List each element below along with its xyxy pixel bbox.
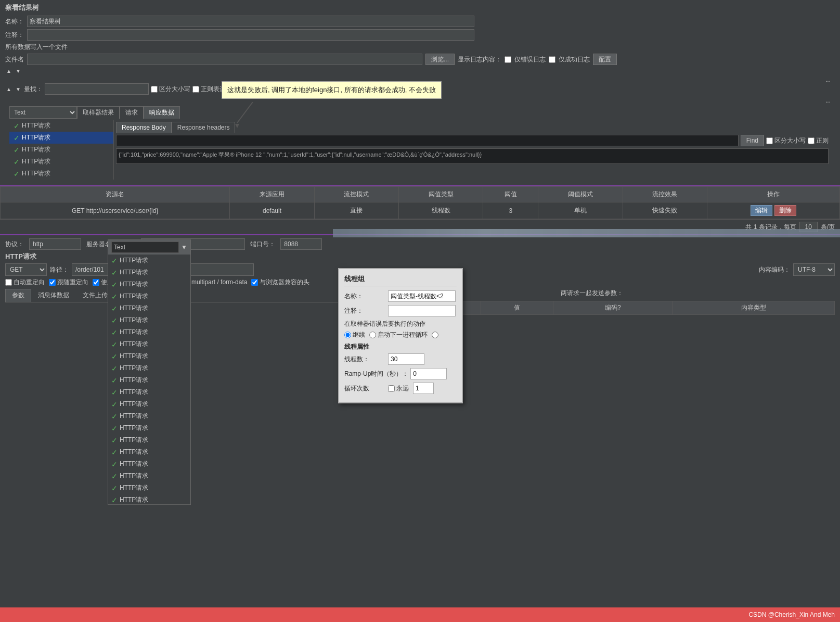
tab-body[interactable]: 消息体数据 [31, 289, 76, 302]
dp-check-3: ✓ [111, 293, 118, 301]
tab-params[interactable]: 参数 [5, 289, 31, 302]
thread-name-label: 名称： [344, 292, 386, 301]
thread-comment-row: 注释： [344, 305, 457, 316]
browse-button[interactable]: 浏览... [425, 54, 455, 65]
next-loop-radio[interactable] [369, 332, 376, 338]
dp-item-15[interactable]: ✓HTTP请求 [108, 434, 190, 446]
dp-item-16[interactable]: ✓HTTP请求 [108, 446, 190, 458]
dp-check-9: ✓ [111, 364, 118, 373]
dp-item-13[interactable]: ✓HTTP请求 [108, 410, 190, 422]
dp-check-0: ✓ [111, 257, 118, 265]
dp-item-6[interactable]: ✓HTTP请求 [108, 326, 190, 338]
forever-checkbox[interactable] [388, 385, 395, 392]
only-success-checkbox[interactable] [549, 56, 555, 63]
continue-radio[interactable] [344, 332, 351, 338]
follow-redirect-label: 跟随重定向 [49, 278, 88, 287]
col-operations: 操作 [707, 187, 839, 202]
filename-label: 文件名 [5, 55, 24, 64]
col-encode: 编码? [553, 301, 673, 315]
protocol-input[interactable] [29, 238, 81, 250]
list-item-3[interactable]: ✓ HTTP请求 [9, 156, 113, 168]
dp-item-5[interactable]: ✓HTTP请求 [108, 314, 190, 326]
sentinel-table: 资源名 来源应用 流控模式 阈值类型 阈值 阈值模式 流控效果 操作 GET h… [0, 186, 840, 219]
follow-redirect-checkbox[interactable] [49, 279, 56, 286]
sampler-dropdown[interactable]: Text [9, 106, 77, 119]
only-error-label: 仅错误日志 [514, 55, 546, 64]
thread-comment-input[interactable] [388, 305, 456, 316]
dropdown-arrow[interactable]: ▼ [181, 244, 187, 251]
dp-item-12[interactable]: ✓HTTP请求 [108, 398, 190, 410]
thread-name-input[interactable] [388, 290, 456, 302]
dp-item-7[interactable]: ✓HTTP请求 [108, 338, 190, 350]
find-input[interactable] [116, 135, 739, 146]
delete-button[interactable]: 删除 [774, 205, 796, 216]
col-flow-effect: 流控效果 [623, 187, 707, 202]
configure-button[interactable]: 配置 [593, 54, 617, 65]
dp-item-20[interactable]: ✓HTTP请求 [108, 494, 190, 504]
find-response-button[interactable]: Find [741, 135, 764, 146]
dp-item-0[interactable]: ✓HTTP请求 [108, 255, 190, 266]
log-display-label: 显示日志内容： [458, 55, 501, 64]
name-input[interactable] [27, 16, 474, 27]
dp-item-2[interactable]: ✓HTTP请求 [108, 278, 190, 290]
browser-compat-checkbox[interactable] [251, 279, 258, 286]
toggle-up-2[interactable]: ▲ [5, 85, 12, 93]
auto-redirect-checkbox[interactable] [5, 279, 12, 286]
dropdown-list: ✓HTTP请求 ✓HTTP请求 ✓HTTP请求 ✓HTTP请求 ✓HTTP请求 … [108, 255, 190, 504]
list-item-0[interactable]: ✓ HTTP请求 [9, 120, 113, 132]
status-bar: CSDN @Cherish_Xin And Meh [0, 607, 840, 622]
tab-response-body[interactable]: Response Body [116, 122, 172, 133]
ramp-up-input[interactable] [410, 368, 447, 379]
find-case-checkbox[interactable] [766, 137, 773, 144]
dp-check-8: ✓ [111, 352, 118, 361]
col-flow-mode: 流控模式 [314, 187, 398, 202]
thread-properties-title: 线程属性 [344, 342, 457, 351]
dp-item-11[interactable]: ✓HTTP请求 [108, 386, 190, 398]
toggle-down-1[interactable]: ▼ [15, 67, 22, 75]
check-icon-1: ✓ [14, 134, 20, 142]
list-item-4[interactable]: ✓ HTTP请求 [9, 168, 113, 180]
search-input[interactable] [45, 83, 149, 95]
dp-item-1[interactable]: ✓HTTP请求 [108, 266, 190, 278]
thread-comment-label: 注释： [344, 307, 386, 315]
list-item-1[interactable]: ✓ HTTP请求 [9, 132, 113, 144]
dp-item-4[interactable]: ✓HTTP请求 [108, 302, 190, 314]
find-regex-checkbox[interactable] [808, 137, 815, 144]
keep-alive-checkbox[interactable] [93, 279, 99, 286]
loop-count-row: 循环次数 永远 [344, 383, 457, 394]
dp-item-10[interactable]: ✓HTTP请求 [108, 374, 190, 386]
tab-sampler-results[interactable]: 取样器结果 [77, 106, 120, 119]
dp-item-19[interactable]: ✓HTTP请求 [108, 482, 190, 494]
dropdown-search-input[interactable] [111, 242, 179, 253]
tab-request[interactable]: 请求 [120, 106, 144, 119]
loop-count-input[interactable] [413, 383, 434, 394]
edit-button[interactable]: 编辑 [751, 205, 772, 216]
dropdown-popup[interactable]: ▼ ✓HTTP请求 ✓HTTP请求 ✓HTTP请求 ✓HTTP请求 ✓HTTP请… [108, 239, 191, 505]
cell-operations: 编辑 删除 [707, 202, 839, 219]
name-label: 名称： [5, 17, 24, 26]
case-sensitive-checkbox[interactable] [151, 86, 158, 93]
dp-item-18[interactable]: ✓HTTP请求 [108, 470, 190, 482]
list-item-2[interactable]: ✓ HTTP请求 [9, 144, 113, 156]
comment-input[interactable] [27, 29, 474, 41]
dp-item-3[interactable]: ✓HTTP请求 [108, 290, 190, 302]
dp-item-17[interactable]: ✓HTTP请求 [108, 458, 190, 470]
method-select[interactable]: GET POST PUT DELETE [5, 263, 47, 276]
dp-check-5: ✓ [111, 316, 118, 325]
toggle-down-2[interactable]: ▼ [15, 85, 22, 93]
tab-response-data[interactable]: 响应数据 [144, 106, 180, 119]
encoding-select[interactable]: UTF-8 [793, 263, 835, 276]
only-error-checkbox[interactable] [505, 56, 511, 63]
dp-item-14[interactable]: ✓HTTP请求 [108, 422, 190, 434]
third-radio[interactable] [432, 332, 438, 338]
dp-item-9[interactable]: ✓HTTP请求 [108, 362, 190, 374]
dp-item-8[interactable]: ✓HTTP请求 [108, 350, 190, 362]
port-input[interactable] [280, 238, 322, 250]
regex-checkbox[interactable] [192, 86, 199, 93]
col-value: 值 [481, 301, 553, 315]
filename-input[interactable] [27, 54, 422, 65]
dp-check-6: ✓ [111, 328, 118, 337]
toggle-up-1[interactable]: ▲ [5, 67, 12, 75]
thread-count-input[interactable] [388, 353, 424, 365]
browser-compat-label: 与浏览器兼容的头 [251, 278, 309, 287]
